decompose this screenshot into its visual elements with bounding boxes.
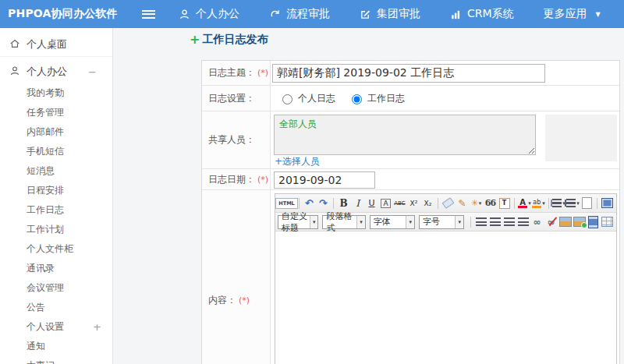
sidebar-item-personal-settings[interactable]: 个人设置+ [0, 317, 112, 337]
expand-icon[interactable]: + [93, 321, 103, 333]
nav-item-group-approval[interactable]: 集团审批 [360, 7, 420, 21]
sidebar-item-label: 手机短信 [27, 145, 64, 158]
align-center-icon[interactable] [488, 215, 502, 229]
fullscreen-icon[interactable] [601, 196, 614, 210]
caret-down-icon[interactable]: ▾ [455, 216, 463, 228]
add-icon: + [190, 34, 200, 45]
highlight-color-icon[interactable]: ab▾ [532, 196, 545, 210]
caret-down-icon[interactable]: ▾ [406, 216, 414, 228]
collapse-icon[interactable]: − [88, 66, 103, 78]
caret-down-icon[interactable]: ▾ [528, 200, 531, 207]
caret-down-icon[interactable]: ▾ [562, 200, 566, 207]
subscript-icon[interactable]: X₂ [421, 196, 434, 210]
sidebar-item-mobile-sms[interactable]: 手机短信 [0, 142, 112, 161]
align-right-icon[interactable] [502, 215, 516, 229]
radio-button[interactable] [282, 94, 292, 104]
new-page-icon[interactable] [580, 196, 594, 210]
redo-icon[interactable]: ↷ [317, 196, 330, 210]
bold-icon[interactable]: B [337, 196, 350, 210]
radio-button[interactable] [352, 94, 362, 104]
sidebar-item-short-message[interactable]: 短消息 [0, 161, 112, 181]
sidebar-item-meeting-management[interactable]: 会议管理 [0, 278, 112, 298]
font-family-select[interactable]: 字体▾ [370, 215, 415, 229]
sidebar-item-label: 我的考勤 [27, 87, 64, 100]
text-effect-icon[interactable]: ✳▾ [470, 196, 483, 210]
pick-members-link[interactable]: +选择人员 [275, 155, 320, 168]
toolbar-separator [333, 198, 334, 209]
eraser-icon[interactable] [441, 196, 455, 210]
sidebar-item-work-plan[interactable]: 工作计划 [0, 220, 112, 239]
image-icon[interactable] [558, 215, 572, 229]
caret-down-icon[interactable]: ▾ [576, 200, 580, 207]
sidebar-item-label: 工作计划 [27, 223, 64, 236]
required-mark: (*) [257, 68, 268, 78]
caret-down-icon[interactable]: ▾ [310, 216, 318, 228]
sidebar-item-label: 会议管理 [27, 281, 64, 295]
nav-item-more-apps[interactable]: 更多应用▼ [544, 7, 601, 21]
italic-icon[interactable]: I [351, 196, 364, 210]
nav-item-personal-office[interactable]: 个人办公 [179, 7, 239, 21]
required-mark: (*) [257, 175, 268, 185]
html-source-icon[interactable]: HTML [278, 196, 296, 210]
align-justify-icon[interactable] [516, 215, 530, 229]
font-style-icon[interactable]: A [379, 196, 392, 210]
top-bar: PHPOA协同办公软件 个人办公流程审批集团审批CRM系统更多应用▼ [0, 0, 624, 28]
font-size-select[interactable]: 字号▾ [419, 215, 464, 229]
sidebar-item-task-management[interactable]: 任务管理 [0, 103, 112, 122]
home-icon [9, 38, 20, 51]
user-icon [179, 9, 190, 20]
nav-item-label: 个人办公 [196, 7, 239, 21]
sidebar-item-my-attendance[interactable]: 我的考勤 [0, 83, 112, 103]
heading-select[interactable]: 自定义标题▾ [278, 215, 318, 229]
log-type-option-1[interactable]: 工作日志 [348, 92, 405, 105]
log-type-option-0[interactable]: 个人日志 [278, 92, 335, 105]
sidebar-item-personal-file-cabinet[interactable]: 个人文件柜 [0, 239, 112, 259]
superscript-icon[interactable]: X² [407, 196, 420, 210]
caret-down-icon[interactable]: ▼ [596, 11, 601, 18]
form-row-share: 共享人员： 全部人员 +选择人员 [202, 111, 619, 169]
sidebar-item-internal-mail[interactable]: 内部邮件 [0, 122, 112, 142]
media-icon[interactable] [587, 215, 600, 229]
caret-down-icon[interactable]: ▾ [479, 200, 482, 207]
toolbar-separator [514, 198, 515, 209]
format-painter-icon[interactable]: ✎ [456, 196, 469, 210]
undo-icon[interactable]: ↶ [303, 196, 316, 210]
nav-item-crm-system[interactable]: CRM系统 [450, 7, 514, 21]
insert-image-icon[interactable] [573, 215, 586, 229]
link-icon[interactable]: ∞ [530, 215, 544, 229]
sidebar-item-contacts[interactable]: 通讯录 [0, 259, 112, 278]
paste-text-icon[interactable]: T [498, 196, 511, 210]
sidebar-item-schedule[interactable]: 日程安排 [0, 181, 112, 200]
blockquote-icon[interactable]: 66 [484, 196, 497, 210]
table-icon[interactable] [601, 215, 614, 229]
hamburger-icon[interactable] [142, 10, 155, 19]
edit-icon [360, 9, 371, 20]
unlink-icon[interactable]: ∞ [544, 215, 558, 229]
date-value-cell [271, 169, 619, 189]
font-color-icon[interactable]: A▾ [518, 196, 531, 210]
paragraph-select[interactable]: 段落格式▾ [322, 215, 365, 229]
subject-value-cell [271, 61, 619, 85]
unordered-list-icon[interactable]: ▾ [566, 196, 580, 210]
underline-icon[interactable]: U [365, 196, 378, 210]
ordered-list-icon[interactable]: ▾ [552, 196, 566, 210]
caret-down-icon[interactable]: ▾ [542, 200, 545, 207]
share-members-input[interactable]: 全部人员 [274, 115, 536, 155]
align-left-icon[interactable] [474, 215, 488, 229]
sidebar-item-work-log[interactable]: 工作日志 [0, 200, 112, 220]
date-input[interactable] [274, 171, 375, 189]
settings-label: 日志设置： [202, 86, 271, 111]
sidebar-item-memorabilia[interactable]: 大事记 [0, 356, 112, 364]
form-row-content: 内容： (*) HTML↶↷BIUAABCX²X₂✎✳▾66TA▾ab▾▾▾ 自… [202, 190, 619, 364]
strikethrough-icon[interactable]: ABC [393, 196, 406, 210]
nav-item-workflow-approval[interactable]: 流程审批 [269, 7, 330, 21]
sidebar-item-notification[interactable]: 通知 [0, 337, 112, 356]
editor-content[interactable] [275, 231, 616, 364]
sidebar-item-announcement[interactable]: 公告 [0, 298, 112, 317]
sidebar-item-label: 个人桌面 [27, 37, 67, 51]
sidebar-item-personal-office[interactable]: 个人办公− [0, 60, 112, 83]
sidebar-item-personal-desktop[interactable]: 个人桌面 [0, 33, 112, 57]
work-log-form: 日志主题： (*) 日志设置： 个人日志工作日志 共享人员： 全部人员 +选择人… [201, 60, 620, 364]
subject-input[interactable] [272, 64, 545, 83]
caret-down-icon[interactable]: ▾ [356, 216, 365, 228]
